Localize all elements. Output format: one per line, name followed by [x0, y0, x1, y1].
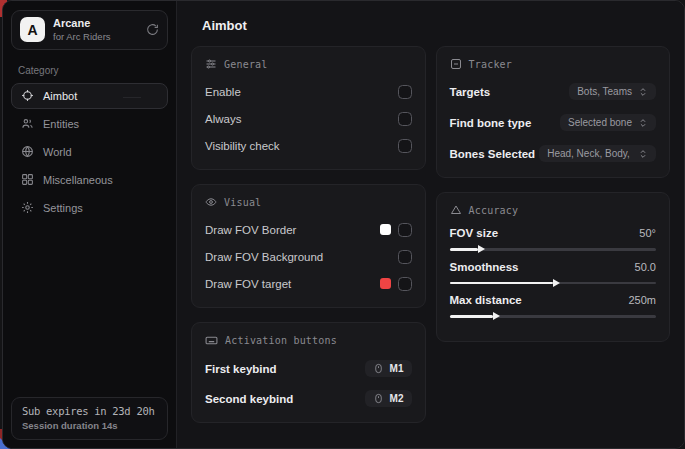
- sliders-icon: [205, 58, 217, 70]
- setting-row: Find bone type Selected bone: [450, 112, 657, 133]
- visibility-check-checkbox[interactable]: [398, 139, 412, 153]
- subscription-expiry: Sub expires in 23d 20h: [22, 405, 157, 417]
- entities-icon: [21, 117, 34, 130]
- chevrons-up-down-icon: [638, 87, 648, 97]
- smoothness-value: 50.0: [635, 261, 656, 273]
- gear-icon: [21, 201, 34, 214]
- max-distance-value: 250m: [628, 294, 656, 306]
- category-label: Category: [18, 65, 176, 76]
- bones-selected-dropdown[interactable]: Head, Neck, Body, Pe..: [539, 145, 656, 162]
- draw-fov-border-checkbox[interactable]: [398, 223, 412, 237]
- always-checkbox[interactable]: [398, 112, 412, 126]
- setting-label: Draw FOV target: [205, 278, 291, 290]
- sidebar-item-settings[interactable]: Settings: [11, 195, 168, 221]
- setting-row: Max distance 250m: [450, 294, 657, 318]
- setting-label: Visibility check: [205, 140, 280, 152]
- draw-fov-background-checkbox[interactable]: [398, 250, 412, 264]
- tracker-card: Tracker Targets Bots, Teams: [436, 46, 671, 178]
- square-minus-icon: [450, 58, 462, 70]
- subscription-status: Sub expires in 23d 20h Session duration …: [11, 397, 168, 440]
- setting-row: Enable: [205, 81, 412, 102]
- setting-label: FOV size: [450, 227, 499, 239]
- main-content: Aimbot General Enable: [177, 1, 684, 448]
- accuracy-card: Accuracy FOV size 50°: [436, 192, 671, 342]
- refresh-icon[interactable]: [146, 23, 159, 36]
- page-title: Aimbot: [202, 18, 670, 33]
- fov-size-value: 50°: [639, 227, 656, 239]
- setting-row: Second keybind M2: [205, 388, 412, 409]
- sidebar-item-label: Miscellaneous: [43, 174, 113, 186]
- grid-icon: [21, 173, 34, 186]
- card-title: Accuracy: [469, 205, 519, 216]
- setting-label: Targets: [450, 86, 491, 98]
- targets-dropdown[interactable]: Bots, Teams: [569, 83, 656, 100]
- setting-label: Second keybind: [205, 393, 293, 405]
- session-duration: Session duration 14s: [22, 420, 157, 431]
- app-subtitle: for Arc Riders: [53, 31, 138, 43]
- setting-label: Find bone type: [450, 117, 532, 129]
- sidebar-item-entities[interactable]: Entities: [11, 111, 168, 137]
- setting-row: Draw FOV Background: [205, 246, 412, 267]
- setting-row: Always: [205, 108, 412, 129]
- eye-icon: [205, 196, 217, 208]
- sidebar-item-label: Settings: [43, 202, 83, 214]
- globe-icon: [21, 145, 34, 158]
- card-title: Tracker: [469, 59, 513, 70]
- app-name: Arcane: [53, 17, 138, 31]
- triangle-icon: [450, 204, 462, 216]
- slider-thumb[interactable]: [478, 245, 485, 253]
- setting-row: Smoothness 50.0: [450, 261, 657, 285]
- smoothness-slider[interactable]: [450, 282, 657, 285]
- app-brand: A Arcane for Arc Riders: [11, 10, 168, 50]
- setting-label: Draw FOV Border: [205, 224, 296, 236]
- card-title: Visual: [224, 197, 261, 208]
- mouse-icon: [373, 393, 384, 404]
- mouse-icon: [373, 363, 384, 374]
- second-keybind-button[interactable]: M2: [365, 390, 412, 407]
- sidebar-item-label: Entities: [43, 118, 79, 130]
- selected-item-dash: [123, 97, 141, 98]
- setting-label: Smoothness: [450, 261, 519, 273]
- fov-size-slider[interactable]: [450, 248, 657, 251]
- visual-card: Visual Draw FOV Border Draw FOV Backgrou…: [191, 184, 426, 308]
- setting-label: Always: [205, 113, 241, 125]
- card-title: Activation buttons: [225, 335, 337, 346]
- slider-thumb[interactable]: [553, 279, 560, 287]
- keyboard-icon: [205, 334, 218, 347]
- app-window: A Arcane for Arc Riders Category Aim: [2, 0, 685, 449]
- logo-letter: A: [27, 22, 37, 38]
- setting-label: Max distance: [450, 294, 522, 306]
- find-bone-type-dropdown[interactable]: Selected bone: [560, 114, 656, 131]
- chevrons-up-down-icon: [638, 118, 648, 128]
- sidebar-item-label: Aimbot: [43, 90, 77, 102]
- setting-row: Draw FOV Border: [205, 219, 412, 240]
- app-logo: A: [20, 17, 45, 42]
- fov-target-color-swatch[interactable]: [380, 278, 391, 289]
- setting-row: Bones Selected Head, Neck, Body, Pe..: [450, 143, 657, 164]
- crosshair-icon: [21, 89, 34, 102]
- setting-row: First keybind M1: [205, 358, 412, 379]
- setting-label: Bones Selected: [450, 148, 536, 160]
- setting-label: First keybind: [205, 363, 277, 375]
- draw-fov-target-checkbox[interactable]: [398, 277, 412, 291]
- chevrons-up-down-icon: [638, 149, 648, 159]
- fov-border-color-swatch[interactable]: [380, 224, 391, 235]
- setting-row: Draw FOV target: [205, 273, 412, 294]
- setting-row: FOV size 50°: [450, 227, 657, 251]
- sidebar: A Arcane for Arc Riders Category Aim: [3, 1, 177, 448]
- general-card: General Enable Always Visibility check: [191, 46, 426, 170]
- first-keybind-button[interactable]: M1: [365, 360, 412, 377]
- max-distance-slider[interactable]: [450, 315, 657, 318]
- activation-card: Activation buttons First keybind M1: [191, 322, 426, 423]
- slider-thumb[interactable]: [493, 312, 500, 320]
- sidebar-nav: Aimbot Entities World: [3, 82, 176, 222]
- sidebar-item-aimbot[interactable]: Aimbot: [11, 83, 168, 109]
- enable-checkbox[interactable]: [398, 85, 412, 99]
- setting-label: Draw FOV Background: [205, 251, 323, 263]
- setting-label: Enable: [205, 86, 241, 98]
- card-title: General: [224, 59, 268, 70]
- sidebar-item-world[interactable]: World: [11, 139, 168, 165]
- sidebar-item-label: World: [43, 146, 72, 158]
- setting-row: Visibility check: [205, 135, 412, 156]
- sidebar-item-miscellaneous[interactable]: Miscellaneous: [11, 167, 168, 193]
